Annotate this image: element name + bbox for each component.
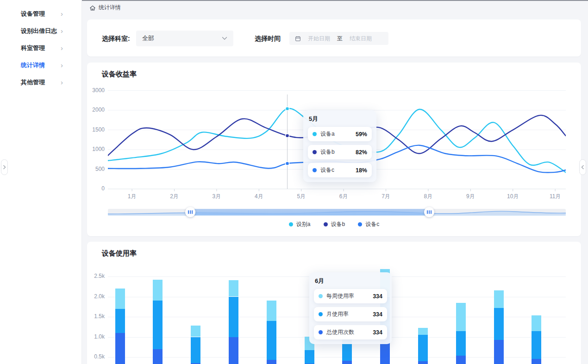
series-dot-icon <box>313 168 317 172</box>
chevron-down-icon <box>222 37 227 40</box>
bar-segment-总使用次数[interactable] <box>229 337 238 364</box>
calendar-icon <box>295 36 301 42</box>
breadcrumb: 统计详情 <box>89 4 121 12</box>
bar-segment-月使用率[interactable] <box>153 301 163 349</box>
bar-segment-每周使用率[interactable] <box>418 328 428 335</box>
revenue-chart-plot: 1月2月3月4月5月6月7月8月9月10月11月 5月 设备a59%设备b82%… <box>108 88 566 201</box>
datazoom-handle-left[interactable] <box>185 207 195 217</box>
y-axis-tick-label: 0.5k <box>87 353 105 360</box>
tooltip-series-value: 334 <box>373 293 382 300</box>
bar-segment-每周使用率[interactable] <box>494 290 504 308</box>
bar-segment-总使用次数[interactable] <box>342 361 352 364</box>
x-axis-tick-label: 10月 <box>507 193 519 200</box>
sidebar: 设备管理›设别出借日志›科室管理›统计详情›其他管理› <box>0 0 82 364</box>
legend-label: 设别a <box>296 220 311 228</box>
bar-segment-总使用次数[interactable] <box>267 360 276 364</box>
department-select[interactable]: 全部 <box>136 31 233 46</box>
series-dot-icon <box>319 330 323 334</box>
bar-segment-月使用率[interactable] <box>532 331 541 359</box>
bar-segment-总使用次数[interactable] <box>115 333 125 364</box>
sidebar-item-3[interactable]: 科室管理› <box>0 39 81 56</box>
usage-rate-chart-card: 设备使用率 0.5k1.0k1.5k2.0k2.5k 6月 每周使用率334月使… <box>87 242 581 364</box>
home-icon <box>89 5 96 11</box>
bar-segment-月使用率[interactable] <box>494 308 504 340</box>
tooltip-series-label: 设备c <box>320 166 350 174</box>
tooltip-series-value: 59% <box>356 131 367 138</box>
bar-segment-每周使用率[interactable] <box>532 315 541 332</box>
start-date-placeholder[interactable]: 开始日期 <box>308 35 330 43</box>
date-separator: 至 <box>337 35 343 43</box>
legend-label: 设备c <box>365 220 379 228</box>
datazoom-slider[interactable] <box>108 208 566 216</box>
y-axis-tick-label: 2.0k <box>87 293 105 300</box>
x-axis-tick-label: 5月 <box>297 193 306 200</box>
x-axis-tick-label: 6月 <box>339 193 348 200</box>
legend-item[interactable]: 设备c <box>358 220 379 228</box>
sidebar-item-2[interactable]: 设别出借日志› <box>0 22 81 39</box>
tooltip-row: 设备c18% <box>308 163 372 177</box>
chevron-right-icon: › <box>61 62 63 69</box>
sidebar-item-1[interactable]: 设备管理› <box>0 5 81 22</box>
bar-segment-每周使用率[interactable] <box>153 280 163 301</box>
y-axis-tick-label: 1.0k <box>87 333 105 340</box>
tooltip-series-value: 334 <box>373 311 382 318</box>
panel-collapse-toggle[interactable] <box>579 159 586 175</box>
bar-segment-每周使用率[interactable] <box>229 280 238 297</box>
x-axis-tick-label: 8月 <box>424 193 433 200</box>
y-axis-tick-label: 3000 <box>87 87 105 94</box>
series-dot-icon <box>313 132 317 136</box>
legend-dot-icon <box>358 222 362 226</box>
tooltip-series-value: 334 <box>373 329 382 336</box>
highlight-dot <box>286 134 289 138</box>
bar-segment-每周使用率[interactable] <box>191 326 200 337</box>
sidebar-item-label: 其他管理 <box>21 78 45 87</box>
tooltip-series-label: 设备a <box>320 130 350 138</box>
legend-item[interactable]: 设别a <box>289 220 311 228</box>
bar-segment-总使用次数[interactable] <box>153 349 163 364</box>
sidebar-item-label: 科室管理 <box>21 44 45 52</box>
filter-card: 选择科室: 全部 选择时间 开始日期 至 结束日期 <box>87 19 581 56</box>
tooltip-row: 月使用率334 <box>314 307 387 321</box>
series-dot-icon <box>319 294 323 298</box>
date-range-picker[interactable]: 开始日期 至 结束日期 <box>289 32 388 45</box>
bar-segment-总使用次数[interactable] <box>456 356 466 364</box>
revenue-rate-chart-card: 设备收益率 05001000150020003000 1月2月3月4月5月6月7… <box>87 63 581 236</box>
chevron-left-icon <box>581 165 584 169</box>
bar-segment-总使用次数[interactable] <box>418 361 428 364</box>
bar-segment-月使用率[interactable] <box>305 350 314 364</box>
bar-segment-月使用率[interactable] <box>267 321 276 360</box>
sidebar-collapse-toggle[interactable] <box>1 159 8 175</box>
sidebar-item-5[interactable]: 其他管理› <box>0 74 81 91</box>
bar-segment-月使用率[interactable] <box>456 331 466 355</box>
series-dot-icon <box>319 312 323 316</box>
bar-segment-月使用率[interactable] <box>191 337 200 364</box>
bar-segment-月使用率[interactable] <box>115 309 125 333</box>
bar-segment-总使用次数[interactable] <box>532 359 541 364</box>
datazoom-handle-right[interactable] <box>424 207 434 217</box>
bar-segment-月使用率[interactable] <box>418 335 428 361</box>
breadcrumb-title: 统计详情 <box>99 4 121 12</box>
window-top-edge <box>81 0 588 1</box>
sidebar-item-4[interactable]: 统计详情› <box>0 56 81 74</box>
x-axis-tick-label: 3月 <box>213 193 221 200</box>
tooltip-series-label: 月使用率 <box>326 310 367 318</box>
bar-segment-每周使用率[interactable] <box>115 289 125 309</box>
bar-segment-每周使用率[interactable] <box>456 303 466 331</box>
legend-item[interactable]: 设备b <box>324 220 345 228</box>
x-axis-tick-label: 7月 <box>382 193 390 200</box>
tooltip-series-label: 总使用次数 <box>326 328 367 336</box>
x-axis-tick-label: 4月 <box>255 193 263 200</box>
chevron-right-icon: › <box>61 10 63 17</box>
sidebar-item-label: 统计详情 <box>21 61 45 69</box>
chart-title-revenue: 设备收益率 <box>102 70 137 79</box>
tooltip-month: 6月 <box>315 277 386 285</box>
bar-segment-总使用次数[interactable] <box>494 340 504 364</box>
bar-segment-每周使用率[interactable] <box>267 301 276 321</box>
tooltip-series-value: 18% <box>356 167 367 174</box>
x-axis-tick-label: 11月 <box>550 193 561 200</box>
datazoom-selected-range[interactable] <box>190 209 429 215</box>
bar-segment-月使用率[interactable] <box>229 297 238 337</box>
end-date-placeholder[interactable]: 结束日期 <box>350 35 372 43</box>
chevron-right-icon: › <box>61 27 63 34</box>
chevron-right-icon: › <box>61 79 63 86</box>
